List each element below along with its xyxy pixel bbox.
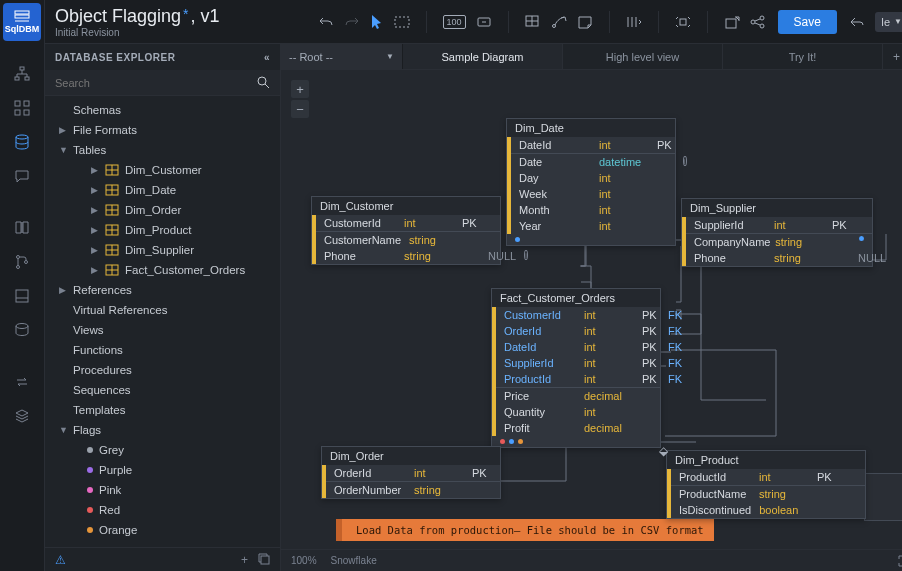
column-row[interactable]: SupplierId int PK: [686, 217, 872, 233]
tree-node-templates[interactable]: Templates: [45, 400, 280, 420]
entity-header[interactable]: Dim_Date: [507, 119, 675, 137]
zoom-level[interactable]: 100%: [291, 555, 317, 566]
column-row[interactable]: IsDiscontinued boolean: [671, 502, 865, 518]
tree-flag-item[interactable]: Purple: [45, 460, 280, 480]
database-icon[interactable]: [14, 134, 30, 150]
column-row[interactable]: Quantity int: [496, 404, 660, 420]
minimap[interactable]: [864, 473, 902, 521]
chat-icon[interactable]: [14, 168, 30, 184]
grid-icon[interactable]: [14, 100, 30, 116]
column-row[interactable]: ProductName string: [671, 485, 865, 502]
panel-icon[interactable]: [14, 288, 30, 304]
brand-logo[interactable]: SqlDBM: [3, 3, 41, 41]
tree-flag-item[interactable]: Pink: [45, 480, 280, 500]
tab-sample-diagram[interactable]: Sample Diagram: [403, 44, 563, 69]
tree-node-references[interactable]: ▶References: [45, 280, 280, 300]
transfer-icon[interactable]: [14, 374, 30, 390]
zoom-out-button[interactable]: −: [291, 100, 309, 118]
cursor-icon[interactable]: [370, 14, 384, 30]
entity-fact[interactable]: Fact_Customer_Orders CustomerId int PK F…: [491, 288, 661, 448]
info-icon[interactable]: i: [683, 156, 687, 166]
add-node-icon[interactable]: +: [241, 553, 248, 567]
connector-icon[interactable]: [551, 15, 567, 29]
tree-flag-item[interactable]: Grey: [45, 440, 280, 460]
undo-icon[interactable]: [318, 15, 334, 29]
column-row[interactable]: CustomerId int PK FK: [496, 307, 660, 323]
tree-node-views[interactable]: Views: [45, 320, 280, 340]
tree-table-item[interactable]: ▶Dim_Customer: [45, 160, 280, 180]
language-selector[interactable]: Ie▼: [875, 12, 902, 32]
tree-node-flags[interactable]: ▼Flags: [45, 420, 280, 440]
column-row[interactable]: OrderNumber string: [326, 481, 500, 498]
column-row[interactable]: SupplierId int PK FK: [496, 355, 660, 371]
entity-dim_order[interactable]: Dim_Order OrderId int PK OrderNumber str…: [321, 446, 501, 499]
canvas-note[interactable]: Load Data from production— File should b…: [336, 519, 714, 541]
marquee-icon[interactable]: [394, 16, 410, 28]
column-row[interactable]: DateId int PK FK: [496, 339, 660, 355]
tree-table-item[interactable]: ▶Dim_Product: [45, 220, 280, 240]
entity-header[interactable]: Fact_Customer_Orders: [492, 289, 660, 307]
column-row[interactable]: OrderId int PK: [326, 465, 500, 481]
column-row[interactable]: Day int: [511, 170, 675, 186]
tree-table-item[interactable]: ▶Dim_Date: [45, 180, 280, 200]
layers-icon[interactable]: [14, 408, 30, 424]
add-tab-icon[interactable]: +: [893, 50, 900, 64]
tree-table-item[interactable]: ▶Dim_Order: [45, 200, 280, 220]
redo-icon[interactable]: [344, 15, 360, 29]
column-row[interactable]: CustomerName string: [316, 231, 500, 248]
warning-icon[interactable]: ⚠: [55, 553, 66, 567]
search-input[interactable]: [55, 77, 257, 89]
collapse-panel-icon[interactable]: «: [264, 52, 270, 63]
tree-node-schemas[interactable]: Schemas: [45, 100, 280, 120]
info-icon[interactable]: i: [524, 250, 528, 260]
tree-node-functions[interactable]: Functions: [45, 340, 280, 360]
fit-icon[interactable]: [675, 15, 691, 29]
column-row[interactable]: DateId int PK: [511, 137, 675, 153]
entity-header[interactable]: Dim_Order: [322, 447, 500, 465]
tree-node-file-formats[interactable]: ▶File Formats: [45, 120, 280, 140]
tree-node-virtual-references[interactable]: Virtual References: [45, 300, 280, 320]
root-selector[interactable]: -- Root --▼: [281, 44, 403, 69]
tree-table-item[interactable]: ▶Fact_Customer_Orders: [45, 260, 280, 280]
reply-icon[interactable]: [849, 16, 865, 28]
box-icon[interactable]: [476, 16, 492, 28]
column-row[interactable]: Date datetime i: [511, 153, 675, 170]
expand-icon[interactable]: [898, 555, 902, 567]
pin-icon[interactable]: ⬙: [659, 444, 668, 458]
git-icon[interactable]: [14, 254, 30, 270]
tab-high-level[interactable]: High level view: [563, 44, 723, 69]
column-row[interactable]: Year int: [511, 218, 675, 234]
table-add-icon[interactable]: [525, 15, 541, 29]
column-row[interactable]: CustomerId int PK: [316, 215, 500, 231]
entity-dim_date[interactable]: Dim_Date DateId int PK Date datetime i D…: [506, 118, 676, 246]
column-row[interactable]: OrderId int PK FK: [496, 323, 660, 339]
tree-flag-item[interactable]: Red: [45, 500, 280, 520]
entity-header[interactable]: Dim_Product: [667, 451, 865, 469]
note-icon[interactable]: [577, 15, 593, 29]
save-button[interactable]: Save: [778, 10, 837, 34]
share-icon[interactable]: [750, 15, 766, 29]
search-icon[interactable]: [257, 76, 270, 89]
column-row[interactable]: Week int: [511, 186, 675, 202]
er-canvas[interactable]: + −: [281, 70, 902, 549]
percent-icon[interactable]: 100: [443, 15, 466, 29]
column-row[interactable]: Price decimal: [496, 387, 660, 404]
tree-node-tables[interactable]: ▼Tables: [45, 140, 280, 160]
column-row[interactable]: Phone string NULL i: [316, 248, 500, 264]
tab-try-it[interactable]: Try It!: [723, 44, 883, 69]
column-row[interactable]: ProductId int PK: [671, 469, 865, 485]
book-icon[interactable]: [14, 220, 30, 236]
align-icon[interactable]: [626, 15, 642, 29]
tree-node-procedures[interactable]: Procedures: [45, 360, 280, 380]
entity-dim_supplier[interactable]: Dim_Supplier SupplierId int PK CompanyNa…: [681, 198, 873, 267]
tree-node-sequences[interactable]: Sequences: [45, 380, 280, 400]
column-row[interactable]: ProductId int PK FK: [496, 371, 660, 387]
search-box[interactable]: [45, 70, 280, 96]
tree-table-item[interactable]: ▶Dim_Supplier: [45, 240, 280, 260]
hierarchy-icon[interactable]: [14, 66, 30, 82]
column-row[interactable]: Phone string NULL: [686, 250, 872, 266]
column-row[interactable]: Profit decimal: [496, 420, 660, 436]
tree-flag-item[interactable]: Orange: [45, 520, 280, 540]
zoom-in-button[interactable]: +: [291, 80, 309, 98]
entity-header[interactable]: Dim_Supplier: [682, 199, 872, 217]
